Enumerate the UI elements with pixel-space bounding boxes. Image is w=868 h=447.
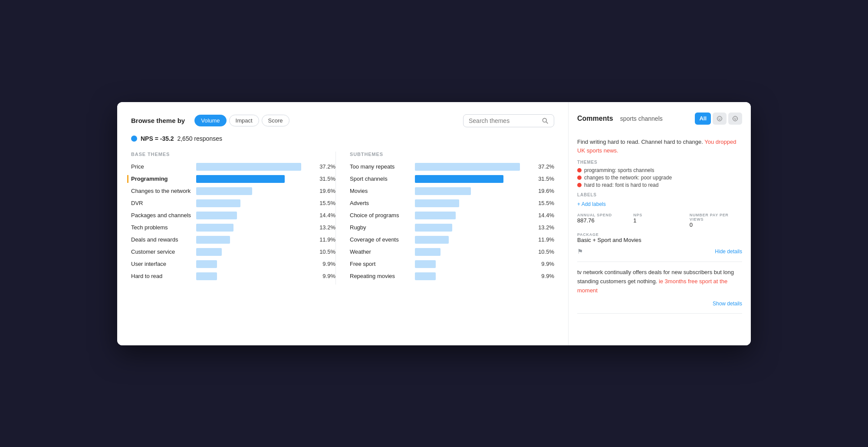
subtheme-name: Rugby — [350, 224, 415, 231]
subtheme-name: Choice of programs — [350, 212, 415, 219]
base-theme-row[interactable]: Packages and channels 14.4% — [131, 212, 335, 219]
bar-container — [196, 248, 313, 256]
theme-name: Programming — [131, 175, 196, 182]
bar — [196, 272, 217, 280]
meta-key: ANNUAL SPEND — [577, 213, 630, 217]
package-key: PACKAGE — [577, 232, 742, 237]
theme-name: User interface — [131, 261, 196, 267]
theme-name: DVR — [131, 200, 196, 206]
meta-val: 0 — [690, 222, 742, 228]
bar-container — [196, 272, 313, 280]
base-theme-row[interactable]: Tech problems 13.2% — [131, 224, 335, 232]
bar — [415, 175, 503, 183]
comments-title-group: Comments sports channels — [577, 115, 663, 123]
nps-row: NPS = -35.2 2,650 responses — [131, 135, 554, 142]
comments-title: Comments — [577, 115, 613, 123]
base-theme-row[interactable]: Deals and rewards 11.9% — [131, 236, 335, 244]
filter-neg-button[interactable] — [713, 113, 727, 125]
base-theme-row[interactable]: Hard to read 9.9% — [131, 272, 335, 280]
subtheme-row[interactable]: Coverage of events 11.9% — [350, 236, 554, 244]
subtheme-pct: 31.5% — [536, 175, 554, 182]
bar — [196, 224, 233, 232]
flag-icon[interactable]: ⚑ — [577, 248, 583, 255]
subtheme-row[interactable]: Repeating movies 9.9% — [350, 272, 554, 280]
right-panel: Comments sports channels All — [569, 102, 751, 345]
theme-name: Changes to the network — [131, 188, 196, 194]
base-theme-row[interactable]: User interface 9.9% — [131, 260, 335, 268]
search-box[interactable] — [463, 114, 554, 127]
subtheme-name: Too many repeats — [350, 163, 415, 170]
impact-button[interactable]: Impact — [229, 115, 259, 126]
base-themes-list: Price 37.2% Programming 31.5% Changes to… — [131, 163, 335, 280]
meta-pay-per-views: NUMBER PAY PER VIEWS 0 — [690, 213, 742, 228]
base-theme-row[interactable]: Changes to the network 19.6% — [131, 187, 335, 195]
bar — [415, 236, 449, 244]
happy-icon — [733, 115, 738, 122]
package-val: Basic + Sport and Movies — [577, 237, 742, 243]
subtheme-row[interactable]: Movies 19.6% — [350, 187, 554, 195]
hide-details-button[interactable]: Hide details — [715, 248, 742, 255]
subtheme-pct: 14.4% — [536, 212, 554, 219]
meta-val: 887.76 — [577, 217, 630, 224]
bar — [415, 272, 436, 280]
theme-pct: 14.4% — [317, 212, 335, 219]
meta-key: NUMBER PAY PER VIEWS — [690, 213, 742, 222]
bar — [196, 212, 237, 219]
subtheme-name: Adverts — [350, 200, 415, 206]
theme-pct: 10.5% — [317, 248, 335, 255]
filter-pos-button[interactable] — [728, 113, 742, 125]
base-theme-row[interactable]: Customer service 10.5% — [131, 248, 335, 256]
bar-container — [415, 236, 532, 244]
subtheme-row[interactable]: Rugby 13.2% — [350, 224, 554, 232]
theme-pct: 9.9% — [317, 273, 335, 279]
svg-point-6 — [734, 118, 734, 118]
svg-point-0 — [542, 118, 546, 122]
comment-text-1: Find writing hard to read. Channel hard … — [577, 138, 742, 156]
base-theme-row[interactable]: Price 37.2% — [131, 163, 335, 171]
browse-by-group: Volume Impact Score — [194, 115, 289, 126]
subthemes-col: SUBTHEMES Too many repeats 37.2% Sport c… — [335, 152, 554, 285]
theme-pct: 11.9% — [317, 236, 335, 243]
theme-dot — [577, 183, 582, 187]
bar — [415, 224, 452, 232]
nps-dot — [131, 136, 137, 142]
base-themes-col: BASE THEMES Price 37.2% Programming 31.5… — [131, 152, 335, 285]
nps-responses: 2,650 responses — [177, 135, 222, 142]
show-details-link[interactable]: Show details — [713, 301, 742, 307]
theme-tag-label: hard to read: font is hard to read — [584, 182, 658, 188]
search-input[interactable] — [469, 117, 538, 124]
bar-container — [415, 175, 532, 183]
bar — [196, 236, 230, 244]
meta-key: NPS — [633, 213, 686, 217]
comment-card-2: tv network continually offers deals for … — [577, 262, 742, 314]
comment-card-1: Find writing hard to read. Channel hard … — [577, 132, 742, 262]
theme-name: Packages and channels — [131, 212, 196, 219]
sad-icon — [717, 115, 722, 122]
subtheme-row[interactable]: Too many repeats 37.2% — [350, 163, 554, 171]
theme-name: Price — [131, 163, 196, 170]
theme-pct: 15.5% — [317, 200, 335, 206]
svg-point-7 — [736, 118, 736, 118]
base-themes-label: BASE THEMES — [131, 152, 335, 157]
base-theme-row[interactable]: Programming 31.5% — [127, 175, 335, 183]
bar-container — [415, 224, 532, 232]
subtheme-row[interactable]: Weather 10.5% — [350, 248, 554, 256]
volume-button[interactable]: Volume — [194, 115, 226, 126]
theme-dot — [577, 175, 582, 180]
svg-point-2 — [717, 116, 722, 121]
bar — [415, 163, 520, 171]
nps-text: NPS = -35.2 2,650 responses — [141, 135, 222, 142]
theme-dot — [577, 168, 582, 172]
browse-title: Browse theme by — [131, 117, 185, 124]
bar-container — [196, 199, 313, 207]
subtheme-row[interactable]: Free sport 9.9% — [350, 260, 554, 268]
subtheme-row[interactable]: Choice of programs 14.4% — [350, 212, 554, 219]
base-theme-row[interactable]: DVR 15.5% — [131, 199, 335, 207]
subtheme-pct: 11.9% — [536, 236, 554, 243]
filter-buttons: All — [695, 113, 742, 125]
subtheme-row[interactable]: Sport channels 31.5% — [350, 175, 554, 183]
score-button[interactable]: Score — [262, 115, 289, 126]
add-label-button[interactable]: + Add labels — [577, 201, 606, 207]
filter-all-button[interactable]: All — [695, 113, 711, 125]
subtheme-row[interactable]: Adverts 15.5% — [350, 199, 554, 207]
